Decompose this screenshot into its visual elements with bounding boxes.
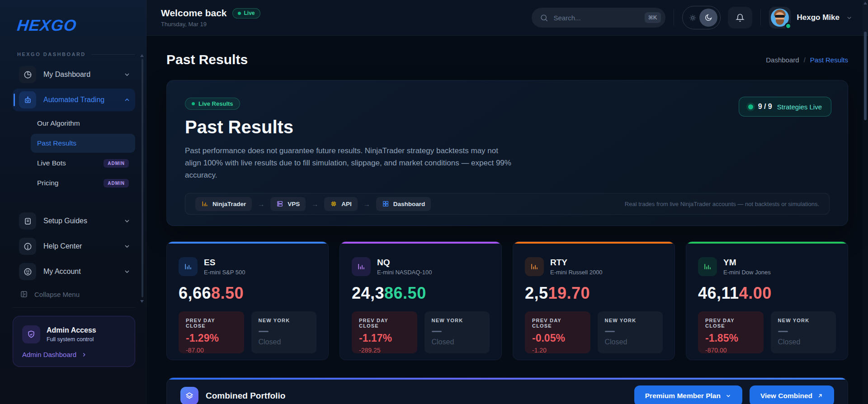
search-icon bbox=[540, 14, 548, 22]
arrow-right-icon: → bbox=[311, 200, 318, 208]
admin-dashboard-link[interactable]: Admin Dashboard bbox=[22, 351, 126, 358]
pipeline-step-label: Dashboard bbox=[393, 201, 425, 207]
sidebar-scrollbar[interactable] bbox=[142, 59, 143, 297]
combined-portfolio-card: Combined Portfolio Premium Member Plan V… bbox=[166, 377, 848, 404]
sidebar-subitem-past-results[interactable]: Past Results bbox=[31, 134, 135, 153]
session-box: NEW YORK Closed bbox=[251, 311, 317, 353]
bar-chart-icon bbox=[525, 257, 544, 276]
search-input[interactable]: Search... ⌘K bbox=[532, 8, 665, 28]
admin-card-subtitle: Full system control bbox=[47, 336, 96, 343]
page-scrollbar[interactable] bbox=[863, 0, 868, 404]
session-label: NEW YORK bbox=[778, 318, 829, 323]
sidebar-scroll-up-arrow[interactable] bbox=[140, 54, 144, 57]
market-symbol: ES bbox=[204, 258, 245, 268]
session-label: NEW YORK bbox=[605, 318, 656, 323]
scroll-up-arrow[interactable] bbox=[863, 2, 867, 5]
search-shortcut-badge: ⌘K bbox=[645, 12, 661, 23]
chevron-down-icon bbox=[725, 393, 731, 399]
scrollbar-thumb[interactable] bbox=[864, 32, 867, 120]
sidebar-item-my-dashboard[interactable]: My Dashboard bbox=[13, 63, 135, 86]
session-dash bbox=[259, 331, 269, 332]
past-results-hero-card: Live Results Past Results Past performan… bbox=[166, 80, 848, 226]
market-price: 6,668.50 bbox=[179, 284, 316, 303]
collapse-menu-button[interactable]: Collapse Menu bbox=[20, 290, 135, 298]
info-circle-icon bbox=[19, 238, 36, 255]
card-accent-stripe bbox=[513, 242, 675, 244]
app-root: HEXGO HEXGO DASHBOARD My Dashboard Autom… bbox=[0, 0, 868, 404]
price-main: 2,5 bbox=[525, 284, 548, 302]
admin-badge: ADMIN bbox=[104, 159, 129, 168]
sidebar-scroll-down-arrow[interactable] bbox=[140, 300, 144, 303]
green-status-dot bbox=[748, 104, 753, 109]
price-accent: 8.50 bbox=[211, 284, 244, 302]
pipeline-step-vps: VPS bbox=[270, 197, 306, 211]
sidebar-section-header: HEXGO DASHBOARD bbox=[17, 52, 135, 57]
view-combined-button[interactable]: View Combined bbox=[750, 385, 834, 404]
session-box: NEW YORK Closed bbox=[598, 311, 663, 353]
plan-button-label: Premium Member Plan bbox=[645, 392, 721, 400]
current-date: Thursday, Mar 19 bbox=[161, 21, 260, 28]
breadcrumb-separator: / bbox=[804, 56, 806, 64]
sidebar-subitem-live-bots[interactable]: Live Bots ADMIN bbox=[31, 154, 135, 173]
user-menu[interactable]: Hexgo Mike bbox=[769, 7, 853, 28]
page-content: Past Results Dashboard / Past Results Li… bbox=[146, 36, 868, 404]
market-cards-row: ES E-mini S&P 500 6,668.50 PREV DAY CLOS… bbox=[166, 241, 848, 360]
notifications-button[interactable] bbox=[728, 7, 752, 28]
guide-document-icon bbox=[19, 212, 36, 230]
sidebar-item-setup-guides[interactable]: Setup Guides bbox=[13, 210, 135, 232]
moon-icon[interactable] bbox=[699, 9, 717, 27]
card-accent-stripe bbox=[167, 242, 328, 244]
prev-close-label: PREV DAY CLOSE bbox=[186, 318, 237, 329]
price-accent: 4.00 bbox=[739, 284, 772, 302]
chevron-down-icon bbox=[123, 243, 131, 250]
sidebar-subitem-pricing[interactable]: Pricing ADMIN bbox=[31, 174, 135, 193]
welcome-block: Welcome back Live Thursday, Mar 19 bbox=[161, 8, 260, 28]
prev-close-change: -870.00 bbox=[705, 347, 756, 354]
sidebar-item-my-account[interactable]: My Account bbox=[13, 260, 135, 283]
automated-trading-submenu: Our Algorithm Past Results Live Bots ADM… bbox=[13, 114, 135, 193]
arrow-right-icon: → bbox=[363, 200, 370, 208]
search-placeholder: Search... bbox=[554, 14, 645, 22]
shield-check-icon bbox=[22, 325, 40, 343]
session-status: Closed bbox=[778, 338, 829, 346]
sidebar-item-label: Automated Trading bbox=[43, 96, 123, 104]
premium-member-plan-button[interactable]: Premium Member Plan bbox=[634, 385, 742, 404]
pipeline-step-ninjatrader: NinjaTrader bbox=[195, 197, 252, 211]
strategies-label: Strategies Live bbox=[777, 103, 822, 111]
sidebar-item-label: Setup Guides bbox=[43, 217, 123, 225]
arrow-right-icon: → bbox=[258, 200, 264, 208]
bar-chart-icon bbox=[179, 257, 198, 276]
prev-close-change: -1.20 bbox=[532, 347, 583, 354]
live-status-badge: Live bbox=[232, 8, 260, 19]
pipeline-step-label: VPS bbox=[288, 201, 300, 207]
robot-icon bbox=[19, 91, 36, 108]
market-card-rty: RTY E-mini Russell 2000 2,519.70 PREV DA… bbox=[513, 241, 675, 360]
live-results-label: Live Results bbox=[198, 100, 233, 107]
pipeline-step-api: API bbox=[324, 197, 358, 211]
market-name: E-mini Dow Jones bbox=[723, 269, 771, 276]
collapse-menu-label: Collapse Menu bbox=[34, 291, 80, 298]
live-dot bbox=[192, 102, 195, 105]
theme-toggle[interactable] bbox=[682, 6, 721, 29]
session-status: Closed bbox=[605, 338, 656, 346]
price-main: 46,11 bbox=[698, 284, 739, 302]
price-main: 24,3 bbox=[352, 284, 384, 302]
avatar bbox=[769, 7, 791, 28]
subitem-label: Past Results bbox=[37, 139, 76, 147]
market-symbol: NQ bbox=[377, 258, 432, 268]
market-card-ym: YM E-mini Dow Jones 46,114.00 PREV DAY C… bbox=[686, 241, 848, 360]
sidebar-subitem-our-algorithm[interactable]: Our Algorithm bbox=[31, 114, 135, 133]
sun-icon[interactable] bbox=[689, 14, 697, 22]
sidebar-item-automated-trading[interactable]: Automated Trading bbox=[13, 89, 135, 111]
prev-close-change: -87.00 bbox=[186, 347, 237, 354]
sidebar-item-help-center[interactable]: Help Center bbox=[13, 235, 135, 258]
prev-day-close-box: PREV DAY CLOSE -1.29% -87.00 bbox=[179, 311, 244, 353]
prev-close-label: PREV DAY CLOSE bbox=[532, 318, 583, 329]
breadcrumb-dashboard[interactable]: Dashboard bbox=[766, 56, 799, 64]
strategies-count: 9 / 9 bbox=[758, 103, 772, 111]
chevron-down-icon bbox=[123, 71, 131, 78]
market-name: E-mini NASDAQ-100 bbox=[377, 269, 432, 276]
main-area: Welcome back Live Thursday, Mar 19 Searc… bbox=[146, 0, 868, 404]
session-status: Closed bbox=[259, 338, 310, 346]
admin-card-title: Admin Access bbox=[47, 326, 96, 334]
